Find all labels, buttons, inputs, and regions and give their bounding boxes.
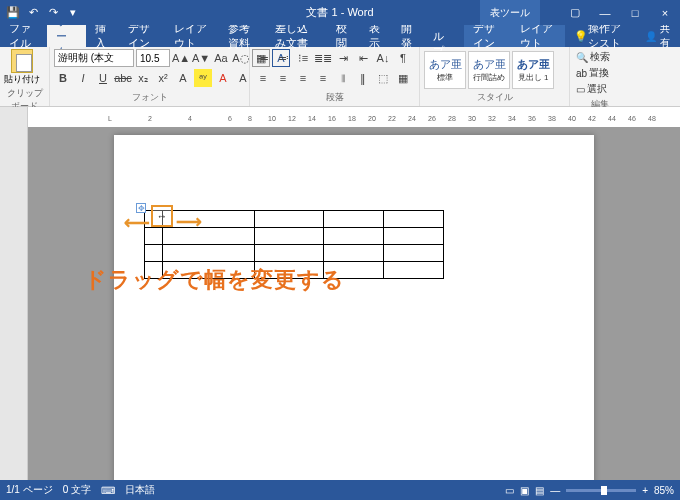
tab-review[interactable]: 校閲 <box>327 25 359 47</box>
tab-table-layout[interactable]: レイアウト <box>511 25 565 47</box>
status-language[interactable]: 日本語 <box>125 483 155 497</box>
align-center-button[interactable]: ≡ <box>274 69 292 87</box>
share-button[interactable]: 👤 共有 <box>635 25 680 47</box>
maximize-button[interactable]: □ <box>620 0 650 25</box>
borders-button[interactable]: ▦ <box>394 69 412 87</box>
style-normal[interactable]: あア亜 標準 <box>424 51 466 89</box>
document-title: 文書 1 - Word <box>306 5 373 20</box>
font-group-label: フォント <box>54 90 245 104</box>
redo-icon[interactable]: ↷ <box>46 6 60 20</box>
paragraph-group-label: 段落 <box>254 90 415 104</box>
font-color-button[interactable]: A <box>214 69 232 87</box>
title-bar: 💾 ↶ ↷ ▾ 文書 1 - Word 表ツール ▢ — □ × <box>0 0 680 25</box>
font-name-select[interactable] <box>54 49 134 67</box>
ruler-vertical[interactable] <box>0 127 28 480</box>
tab-mailings[interactable]: 差し込み文書 <box>266 25 327 47</box>
minimize-button[interactable]: — <box>590 0 620 25</box>
strike-button[interactable]: abc <box>114 69 132 87</box>
qat-more-icon[interactable]: ▾ <box>66 6 80 20</box>
line-spacing-button[interactable]: ⫴ <box>334 69 352 87</box>
increase-indent-button[interactable]: ⇥ <box>334 49 352 67</box>
document-area[interactable]: ✥ ⟵ ↔ ⟶ ドラッグで幅を変更する <box>28 127 680 480</box>
group-editing: 🔍検索 ab置換 ▭選択 編集 <box>570 47 630 106</box>
styles-group-label: スタイル <box>424 90 565 104</box>
underline-button[interactable]: U <box>94 69 112 87</box>
save-icon[interactable]: 💾 <box>6 6 20 20</box>
status-words[interactable]: 0 文字 <box>63 483 91 497</box>
status-ime-icon[interactable]: ⌨ <box>101 485 115 496</box>
paste-icon <box>11 49 33 73</box>
change-case-button[interactable]: Aa <box>212 49 230 67</box>
tab-insert[interactable]: 挿入 <box>86 25 118 47</box>
tab-view[interactable]: 表示 <box>360 25 392 47</box>
italic-button[interactable]: I <box>74 69 92 87</box>
multilevel-button[interactable]: ⁝≡ <box>294 49 312 67</box>
align-left-button[interactable]: ≡ <box>254 69 272 87</box>
shrink-font-button[interactable]: A▼ <box>192 49 210 67</box>
clear-format-button[interactable]: A◌ <box>232 49 250 67</box>
tell-me[interactable]: 💡 操作アシスト <box>565 25 635 47</box>
table-row[interactable] <box>145 245 444 262</box>
group-font: A▲ A▼ Aa A◌ ▦ A B I U abc x₂ x² A ᵃʸ A A… <box>50 47 250 106</box>
align-right-button[interactable]: ≡ <box>294 69 312 87</box>
style-preview: あア亜 <box>517 57 550 72</box>
show-marks-button[interactable]: ¶ <box>394 49 412 67</box>
close-button[interactable]: × <box>650 0 680 25</box>
decrease-indent-button[interactable]: ≣≣ <box>314 49 332 67</box>
context-tab-table-tools: 表ツール <box>480 0 540 25</box>
bullets-button[interactable]: ≔ <box>254 49 272 67</box>
ruler-corner <box>0 107 28 127</box>
column-resize-handle[interactable]: ↔ <box>151 205 173 227</box>
style-name: 標準 <box>437 72 453 83</box>
subscript-button[interactable]: x₂ <box>134 69 152 87</box>
ruler-horizontal[interactable]: L246810121416182022242628303234363840424… <box>0 107 680 127</box>
menu-bar: ファイル ホーム 挿入 デザイン レイアウト 参考資料 差し込み文書 校閲 表示… <box>0 25 680 47</box>
zoom-plus-icon[interactable]: + <box>642 485 648 496</box>
quick-access-toolbar: 💾 ↶ ↷ ▾ <box>0 6 80 20</box>
bold-button[interactable]: B <box>54 69 72 87</box>
zoom-slider[interactable] <box>566 489 636 492</box>
view-print-icon[interactable]: ▣ <box>520 485 529 496</box>
tab-layout[interactable]: レイアウト <box>165 25 219 47</box>
replace-button[interactable]: ab置換 <box>574 65 612 81</box>
tab-table-design[interactable]: デザイン <box>464 25 511 47</box>
zoom-level[interactable]: 85% <box>654 485 674 496</box>
select-button[interactable]: ▭選択 <box>574 81 612 97</box>
undo-icon[interactable]: ↶ <box>26 6 40 20</box>
font-size-select[interactable] <box>136 49 170 67</box>
find-label: 検索 <box>590 50 610 64</box>
tab-references[interactable]: 参考資料 <box>219 25 266 47</box>
status-page[interactable]: 1/1 ページ <box>6 483 53 497</box>
tab-design[interactable]: デザイン <box>119 25 166 47</box>
paste-button[interactable]: 貼り付け <box>4 49 40 86</box>
ribbon-options-icon[interactable]: ▢ <box>560 0 590 25</box>
page[interactable]: ✥ ⟵ ↔ ⟶ ドラッグで幅を変更する <box>114 135 594 480</box>
tab-file[interactable]: ファイル <box>0 25 47 47</box>
style-preview: あア亜 <box>429 57 462 72</box>
sort-button[interactable]: A↓ <box>374 49 392 67</box>
style-preview: あア亜 <box>473 57 506 72</box>
group-paragraph: ≔ ≕ ⁝≡ ≣≣ ⇥ ⇤ A↓ ¶ ≡ ≡ ≡ ≡ ⫴ ‖ ⬚ ▦ 段落 <box>250 47 420 106</box>
find-button[interactable]: 🔍検索 <box>574 49 612 65</box>
superscript-button[interactable]: x² <box>154 69 172 87</box>
group-clipboard: 貼り付け クリップボード <box>0 47 50 106</box>
window-controls: ▢ — □ × <box>560 0 680 25</box>
style-no-spacing[interactable]: あア亜 行間詰め <box>468 51 510 89</box>
numbering-button[interactable]: ≕ <box>274 49 292 67</box>
style-name: 行間詰め <box>473 72 505 83</box>
style-heading1[interactable]: あア亜 見出し 1 <box>512 51 554 89</box>
paste-label: 貼り付け <box>4 73 40 86</box>
tab-developer[interactable]: 開発 <box>392 25 424 47</box>
highlight-button[interactable]: ᵃʸ <box>194 69 212 87</box>
ltr-button[interactable]: ⇤ <box>354 49 372 67</box>
justify-button[interactable]: ≡ <box>314 69 332 87</box>
tab-help[interactable]: ヘルプ <box>424 25 464 47</box>
shading-button[interactable]: ⬚ <box>374 69 392 87</box>
view-web-icon[interactable]: ▤ <box>535 485 544 496</box>
distributed-button[interactable]: ‖ <box>354 69 372 87</box>
grow-font-button[interactable]: A▲ <box>172 49 190 67</box>
text-effects-button[interactable]: A <box>174 69 192 87</box>
view-read-icon[interactable]: ▭ <box>505 485 514 496</box>
tab-home[interactable]: ホーム <box>47 25 87 47</box>
zoom-minus-icon[interactable]: — <box>550 485 560 496</box>
